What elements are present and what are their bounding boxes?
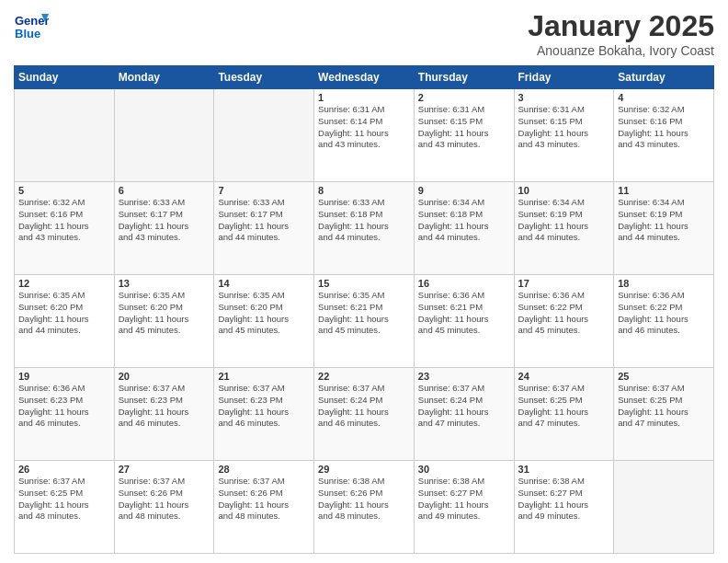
- day-number: 25: [618, 371, 710, 382]
- calendar-cell: 23Sunrise: 6:37 AM Sunset: 6:24 PM Dayli…: [414, 368, 514, 461]
- day-number: 6: [119, 185, 210, 196]
- calendar-cell: 31Sunrise: 6:38 AM Sunset: 6:27 PM Dayli…: [514, 461, 614, 554]
- day-number: 20: [119, 371, 210, 382]
- week-row-2: 5Sunrise: 6:32 AM Sunset: 6:16 PM Daylig…: [15, 182, 714, 275]
- day-number: 8: [318, 185, 410, 196]
- day-number: 23: [418, 371, 510, 382]
- calendar-cell: 15Sunrise: 6:35 AM Sunset: 6:21 PM Dayli…: [314, 275, 415, 368]
- calendar-cell: 12Sunrise: 6:35 AM Sunset: 6:20 PM Dayli…: [15, 275, 115, 368]
- day-info: Sunrise: 6:37 AM Sunset: 6:23 PM Dayligh…: [119, 383, 210, 430]
- weekday-saturday: Saturday: [614, 66, 714, 89]
- logo: General Blue: [14, 9, 49, 44]
- logo-svg: General Blue: [14, 9, 49, 44]
- day-info: Sunrise: 6:31 AM Sunset: 6:15 PM Dayligh…: [518, 104, 610, 151]
- day-info: Sunrise: 6:35 AM Sunset: 6:20 PM Dayligh…: [18, 290, 110, 337]
- day-number: 9: [418, 185, 510, 196]
- day-number: 10: [518, 185, 610, 196]
- day-number: 29: [318, 464, 410, 475]
- day-info: Sunrise: 6:33 AM Sunset: 6:18 PM Dayligh…: [318, 197, 410, 244]
- calendar-cell: 20Sunrise: 6:37 AM Sunset: 6:23 PM Dayli…: [114, 368, 214, 461]
- calendar-cell: 24Sunrise: 6:37 AM Sunset: 6:25 PM Dayli…: [514, 368, 614, 461]
- day-number: 1: [318, 92, 410, 103]
- calendar-cell: 30Sunrise: 6:38 AM Sunset: 6:27 PM Dayli…: [414, 461, 514, 554]
- calendar-cell: [614, 461, 714, 554]
- day-number: 13: [119, 278, 210, 289]
- calendar-cell: 22Sunrise: 6:37 AM Sunset: 6:24 PM Dayli…: [314, 368, 415, 461]
- calendar-cell: 9Sunrise: 6:34 AM Sunset: 6:18 PM Daylig…: [414, 182, 514, 275]
- day-number: 24: [518, 371, 610, 382]
- calendar-cell: 28Sunrise: 6:37 AM Sunset: 6:26 PM Dayli…: [214, 461, 314, 554]
- calendar-cell: 27Sunrise: 6:37 AM Sunset: 6:26 PM Dayli…: [114, 461, 214, 554]
- day-info: Sunrise: 6:31 AM Sunset: 6:15 PM Dayligh…: [418, 104, 510, 151]
- weekday-sunday: Sunday: [15, 66, 115, 89]
- day-info: Sunrise: 6:33 AM Sunset: 6:17 PM Dayligh…: [119, 197, 210, 244]
- day-number: 18: [618, 278, 710, 289]
- day-info: Sunrise: 6:38 AM Sunset: 6:27 PM Dayligh…: [418, 476, 510, 523]
- day-info: Sunrise: 6:32 AM Sunset: 6:16 PM Dayligh…: [618, 104, 710, 151]
- weekday-header: SundayMondayTuesdayWednesdayThursdayFrid…: [15, 66, 714, 89]
- day-number: 14: [218, 278, 310, 289]
- day-info: Sunrise: 6:37 AM Sunset: 6:25 PM Dayligh…: [618, 383, 710, 430]
- day-info: Sunrise: 6:37 AM Sunset: 6:26 PM Dayligh…: [218, 476, 310, 523]
- calendar-cell: 3Sunrise: 6:31 AM Sunset: 6:15 PM Daylig…: [514, 89, 614, 182]
- calendar-body: 1Sunrise: 6:31 AM Sunset: 6:14 PM Daylig…: [15, 89, 714, 554]
- day-number: 3: [518, 92, 610, 103]
- day-number: 27: [119, 464, 210, 475]
- calendar-cell: 18Sunrise: 6:36 AM Sunset: 6:22 PM Dayli…: [614, 275, 714, 368]
- calendar-cell: 6Sunrise: 6:33 AM Sunset: 6:17 PM Daylig…: [114, 182, 214, 275]
- day-number: 4: [618, 92, 710, 103]
- day-info: Sunrise: 6:37 AM Sunset: 6:24 PM Dayligh…: [418, 383, 510, 430]
- day-info: Sunrise: 6:37 AM Sunset: 6:25 PM Dayligh…: [18, 476, 110, 523]
- day-info: Sunrise: 6:34 AM Sunset: 6:19 PM Dayligh…: [518, 197, 610, 244]
- day-number: 26: [18, 464, 110, 475]
- day-info: Sunrise: 6:37 AM Sunset: 6:25 PM Dayligh…: [518, 383, 610, 430]
- calendar-cell: 4Sunrise: 6:32 AM Sunset: 6:16 PM Daylig…: [614, 89, 714, 182]
- title-block: January 2025 Anouanze Bokaha, Ivory Coas…: [528, 9, 714, 58]
- calendar-cell: [214, 89, 314, 182]
- calendar-cell: 21Sunrise: 6:37 AM Sunset: 6:23 PM Dayli…: [214, 368, 314, 461]
- week-row-4: 19Sunrise: 6:36 AM Sunset: 6:23 PM Dayli…: [15, 368, 714, 461]
- main-title: January 2025: [528, 9, 714, 43]
- weekday-friday: Friday: [514, 66, 614, 89]
- calendar-cell: [15, 89, 115, 182]
- calendar-cell: 13Sunrise: 6:35 AM Sunset: 6:20 PM Dayli…: [114, 275, 214, 368]
- day-number: 2: [418, 92, 510, 103]
- day-info: Sunrise: 6:36 AM Sunset: 6:22 PM Dayligh…: [618, 290, 710, 337]
- day-info: Sunrise: 6:34 AM Sunset: 6:18 PM Dayligh…: [418, 197, 510, 244]
- weekday-thursday: Thursday: [414, 66, 514, 89]
- calendar-cell: 11Sunrise: 6:34 AM Sunset: 6:19 PM Dayli…: [614, 182, 714, 275]
- day-info: Sunrise: 6:37 AM Sunset: 6:23 PM Dayligh…: [218, 383, 310, 430]
- day-info: Sunrise: 6:36 AM Sunset: 6:21 PM Dayligh…: [418, 290, 510, 337]
- day-number: 11: [618, 185, 710, 196]
- day-info: Sunrise: 6:36 AM Sunset: 6:22 PM Dayligh…: [518, 290, 610, 337]
- day-info: Sunrise: 6:37 AM Sunset: 6:24 PM Dayligh…: [318, 383, 410, 430]
- day-number: 16: [418, 278, 510, 289]
- day-number: 28: [218, 464, 310, 475]
- page: General Blue January 2025 Anouanze Bokah…: [0, 0, 728, 563]
- week-row-5: 26Sunrise: 6:37 AM Sunset: 6:25 PM Dayli…: [15, 461, 714, 554]
- calendar-cell: 2Sunrise: 6:31 AM Sunset: 6:15 PM Daylig…: [414, 89, 514, 182]
- day-info: Sunrise: 6:32 AM Sunset: 6:16 PM Dayligh…: [18, 197, 110, 244]
- calendar-table: SundayMondayTuesdayWednesdayThursdayFrid…: [14, 65, 714, 554]
- svg-text:Blue: Blue: [15, 27, 40, 40]
- day-info: Sunrise: 6:38 AM Sunset: 6:27 PM Dayligh…: [518, 476, 610, 523]
- weekday-wednesday: Wednesday: [314, 66, 415, 89]
- day-number: 17: [518, 278, 610, 289]
- subtitle: Anouanze Bokaha, Ivory Coast: [528, 43, 714, 58]
- day-info: Sunrise: 6:34 AM Sunset: 6:19 PM Dayligh…: [618, 197, 710, 244]
- day-number: 12: [18, 278, 110, 289]
- day-info: Sunrise: 6:33 AM Sunset: 6:17 PM Dayligh…: [218, 197, 310, 244]
- calendar-cell: 14Sunrise: 6:35 AM Sunset: 6:20 PM Dayli…: [214, 275, 314, 368]
- day-info: Sunrise: 6:31 AM Sunset: 6:14 PM Dayligh…: [318, 104, 410, 151]
- day-info: Sunrise: 6:35 AM Sunset: 6:20 PM Dayligh…: [218, 290, 310, 337]
- day-number: 31: [518, 464, 610, 475]
- calendar-cell: 19Sunrise: 6:36 AM Sunset: 6:23 PM Dayli…: [15, 368, 115, 461]
- day-number: 19: [18, 371, 110, 382]
- calendar-cell: 1Sunrise: 6:31 AM Sunset: 6:14 PM Daylig…: [314, 89, 415, 182]
- day-number: 15: [318, 278, 410, 289]
- calendar-cell: 7Sunrise: 6:33 AM Sunset: 6:17 PM Daylig…: [214, 182, 314, 275]
- day-number: 21: [218, 371, 310, 382]
- calendar-cell: 10Sunrise: 6:34 AM Sunset: 6:19 PM Dayli…: [514, 182, 614, 275]
- weekday-tuesday: Tuesday: [214, 66, 314, 89]
- calendar-cell: 5Sunrise: 6:32 AM Sunset: 6:16 PM Daylig…: [15, 182, 115, 275]
